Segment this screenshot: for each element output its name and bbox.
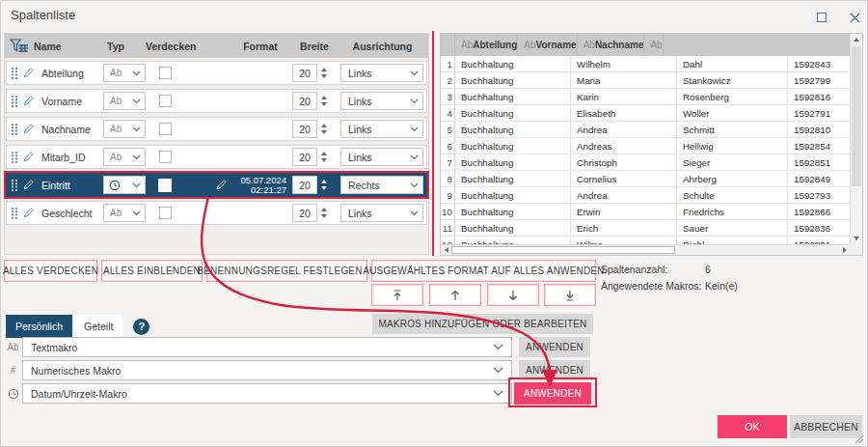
move-up-button[interactable] [429,284,481,306]
breite-spinner[interactable] [321,152,327,162]
breite-spinner[interactable] [321,208,327,218]
spinner-up-icon[interactable] [321,96,327,99]
verdecken-checkbox[interactable] [158,179,172,192]
spinner-down-icon[interactable] [321,74,327,78]
macro-select[interactable]: Datum/Uhrzeit-Makro [22,383,512,404]
breite-spinner[interactable] [321,96,327,106]
ausrichtung-select[interactable]: Links [340,92,423,110]
typ-select[interactable]: Ab [103,64,146,82]
drag-handle-icon[interactable] [11,207,22,220]
spinner-down-icon[interactable] [321,214,327,218]
column-row[interactable]: Vorname Ab [6,89,427,113]
spinner-up-icon[interactable] [321,208,327,211]
verdecken-checkbox[interactable] [159,151,172,163]
edit-name-pencil-icon[interactable] [22,207,41,219]
preview-column-header[interactable]: Ab Vorname [518,34,577,56]
scroll-down-button[interactable] [851,233,862,244]
alles-einblenden-button[interactable]: ALLES EINBLENDEN [101,260,203,282]
ausrichtung-select[interactable]: Rechts [340,176,423,194]
alles-verdecken-button[interactable]: ALLES VERDECKEN [4,260,97,282]
abbrechen-button[interactable]: ABBRECHEN [790,415,862,438]
verdecken-checkbox[interactable] [159,95,172,107]
resize-grip[interactable] [854,433,864,444]
spinner-down-icon[interactable] [321,102,327,106]
typ-select[interactable]: Ab [103,148,146,166]
spinner-up-icon[interactable] [321,68,327,71]
breite-input[interactable] [292,92,317,110]
typ-select[interactable]: Ab [103,204,146,222]
arrow-up-icon [448,289,462,302]
breite-spinner[interactable] [321,124,327,134]
macro-tab[interactable]: Geteilt [74,315,122,338]
help-icon[interactable]: ? [133,319,149,335]
drag-handle-icon[interactable] [11,123,22,136]
spinner-up-icon[interactable] [321,152,327,155]
ok-button[interactable]: OK [718,415,787,438]
breite-input[interactable] [292,64,317,82]
breite-spinner[interactable] [321,68,327,78]
benennungsregel-button[interactable]: BENENNUNGSREGEL FESTLEGEN [206,260,367,282]
ausrichtung-select[interactable]: Links [340,120,423,138]
ausrichtung-select[interactable]: Links [340,204,423,222]
spinner-down-icon[interactable] [321,158,327,162]
format-anwenden-button[interactable]: AUSGEWÄHLTES FORMAT AUF ALLES ANWENDEN [371,260,596,282]
horizontal-scroll-thumb[interactable] [451,246,675,254]
preview-row: 5 Buchhaltung Andrea Schmitt 1592810 [441,122,862,138]
spinner-up-icon[interactable] [321,124,327,127]
column-row[interactable]: Eintritt [6,173,427,197]
anwenden-button[interactable]: ANWENDEN [519,360,590,380]
column-row[interactable]: Abteilung Ab [6,61,427,85]
scroll-right-button[interactable] [839,245,850,255]
vertical-scroll-thumb[interactable] [852,46,861,186]
edit-name-pencil-icon[interactable] [22,151,41,163]
horizontal-scrollbar[interactable] [441,244,850,255]
ausrichtung-select[interactable]: Links [340,148,423,166]
edit-name-pencil-icon[interactable] [22,123,41,135]
edit-format-pencil-icon[interactable] [215,179,228,191]
breite-input[interactable] [292,176,317,194]
macro-select[interactable]: Textmakro [22,337,512,357]
spinner-down-icon[interactable] [321,186,327,190]
scroll-left-button[interactable] [441,245,451,255]
move-down-button[interactable] [487,284,539,306]
typ-select[interactable] [103,176,146,194]
edit-name-pencil-icon[interactable] [22,67,41,79]
anwenden-button[interactable]: ANWENDEN [519,337,590,357]
move-to-bottom-button[interactable] [544,284,596,306]
spinner-down-icon[interactable] [321,130,327,134]
column-row[interactable]: Geschlecht Ab [6,201,427,225]
preview-column-header[interactable]: Ab Abteilung [455,34,518,56]
edit-name-pencil-icon[interactable] [22,179,41,191]
drag-handle-icon[interactable] [11,67,22,80]
close-button[interactable] [842,9,867,26]
breite-input[interactable] [292,204,317,222]
column-row[interactable]: Nachname Ab [6,117,427,141]
breite-input[interactable] [292,120,317,138]
breite-input[interactable] [292,148,317,166]
verdecken-checkbox[interactable] [159,67,172,79]
move-to-top-button[interactable] [371,284,423,306]
macro-tab[interactable]: Persönlich [6,315,72,338]
arrow-to-bottom-icon [563,289,577,302]
drag-handle-icon[interactable] [11,95,22,108]
macro-select[interactable]: Numerisches Makro [22,360,512,380]
column-row[interactable]: Mitarb_ID Ab [6,145,427,169]
spinner-up-icon[interactable] [321,180,327,183]
drag-handle-icon[interactable] [11,179,22,192]
ausrichtung-select[interactable]: Links [340,64,423,82]
makros-value: Kein(e) [705,280,738,292]
breite-spinner[interactable] [321,180,327,190]
verdecken-checkbox[interactable] [159,123,172,135]
typ-select[interactable]: Ab [103,120,146,138]
preview-column-header[interactable]: Ab [644,34,663,56]
drag-handle-icon[interactable] [11,151,22,164]
makros-verwalten-button[interactable]: MAKROS HINZUFÜGEN ODER BEARBEITEN [372,314,593,334]
edit-name-pencil-icon[interactable] [22,95,41,107]
verdecken-checkbox[interactable] [159,207,172,219]
maximize-button[interactable] [809,9,834,26]
anwenden-button[interactable]: ANWENDEN [514,382,591,405]
preview-column-header[interactable]: Ab Nachname [578,34,645,56]
scroll-up-button[interactable] [851,34,862,45]
typ-select[interactable]: Ab [103,92,146,110]
vertical-scrollbar[interactable] [850,34,862,244]
